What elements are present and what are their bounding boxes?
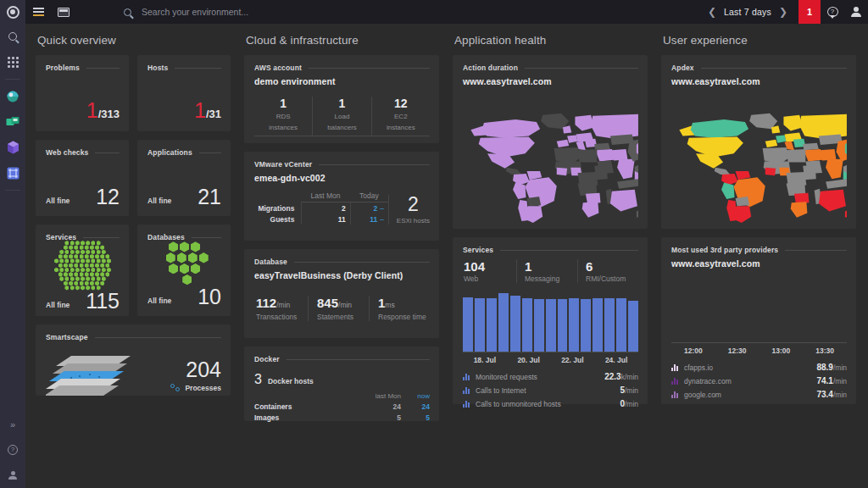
tile-databases[interactable]: Databases All fine 10: [137, 225, 231, 316]
legend-unit: /min: [833, 363, 847, 372]
column-title: User experience: [663, 34, 856, 47]
trend-indicator: –: [380, 204, 384, 213]
country-turkey: [803, 143, 819, 150]
user-account-icon[interactable]: [844, 0, 868, 24]
table-row: Containers 24 24: [254, 402, 430, 411]
timeframe-selector[interactable]: ❮ Last 7 days ❯ 1 ?: [700, 0, 868, 24]
tile-action-duration[interactable]: Action duration www.easytravel.com: [453, 55, 648, 229]
chart-legend: Monitored requests 22.3k/min Calls to In…: [463, 372, 638, 408]
chevron-left-icon[interactable]: ❮: [700, 6, 724, 18]
country-australia: [819, 190, 846, 212]
world-map-choropleth: [671, 92, 847, 227]
esxi-label: ESXi hosts: [397, 217, 430, 225]
tile-docker[interactable]: Docker 3 Docker hosts last Mon now Conta…: [244, 347, 439, 421]
bar: [463, 297, 473, 352]
hamburger-menu-icon[interactable]: [25, 0, 51, 24]
legend-value: 73.4: [816, 390, 832, 399]
dynatrace-logo-icon[interactable]: [0, 0, 25, 24]
divider: [175, 68, 221, 69]
country-indonesia: [826, 179, 847, 188]
stat-transactions: 112/min Transactions: [254, 296, 308, 321]
expand-chevrons-icon[interactable]: »: [0, 412, 25, 437]
stat-value: 104: [464, 259, 516, 274]
legend-value: 74.1: [816, 376, 832, 385]
stat-value: 1ms: [378, 296, 430, 310]
top-bar: ❮ Last 7 days ❯ 1 ?: [0, 0, 868, 24]
apps-grid-icon[interactable]: [0, 49, 25, 75]
country-iberia: [557, 140, 569, 147]
country-argentina: [734, 206, 752, 223]
x-tick-label: 13:00: [760, 347, 804, 355]
chart-legend: cfapps.io 88.9/min dynatrace.com 74.1/mi…: [671, 363, 847, 399]
tile-third-party-providers[interactable]: Most used 3rd party providers www.easytr…: [661, 237, 856, 404]
databases-count: 10: [198, 286, 221, 308]
images-now: 5: [401, 413, 430, 422]
timeframe-label[interactable]: Last 7 days: [724, 7, 771, 17]
country-japan: [845, 143, 847, 154]
transactions-services-icon[interactable]: [0, 109, 25, 135]
tile-database[interactable]: Database easyTravelBusiness (Derby Clien…: [244, 249, 439, 338]
help-question-icon[interactable]: ?: [0, 437, 25, 463]
tile-apdex[interactable]: Apdex www.easytravel.com: [661, 55, 856, 229]
tile-title: Action duration: [463, 64, 518, 72]
tile-smartscape[interactable]: Smartscape 204: [36, 324, 231, 396]
tile-hosts[interactable]: Hosts 1/31: [137, 55, 231, 131]
stat-value: 1: [525, 259, 577, 274]
tile-subtitle: emea-gdn-vc002: [254, 173, 430, 183]
user-profile-icon[interactable]: [0, 463, 25, 488]
tile-web-checks[interactable]: Web checks All fine 12: [36, 140, 129, 216]
legend-label: Monitored requests: [476, 373, 604, 381]
country-peru: [513, 182, 526, 199]
tile-title: Apdex: [671, 64, 694, 72]
dashboard-monitor-icon[interactable]: [51, 0, 76, 24]
legend-unit: /min: [625, 400, 638, 408]
tile-services[interactable]: Services All fine 115: [36, 225, 129, 316]
feedback-bubble-icon[interactable]: ?: [821, 0, 844, 24]
images-last-mon: 5: [365, 413, 401, 422]
country-iran: [821, 149, 837, 160]
country-indonesia: [617, 179, 638, 188]
globe-applications-icon[interactable]: [0, 84, 25, 109]
tile-problems[interactable]: Problems 1/313: [36, 55, 129, 131]
country-usa: [687, 137, 743, 158]
country-zambia: [794, 193, 810, 203]
chevron-right-icon[interactable]: ❯: [771, 6, 795, 18]
bar: [581, 299, 591, 352]
tile-vmware-vcenter[interactable]: VMware vCenter emea-gdn-vc002 Last Mon T…: [244, 152, 439, 241]
column-cloud-infrastructure: Cloud & infrastructure AWS account demo …: [244, 34, 439, 488]
tile-services-chart[interactable]: Services 104 Web 1 Messaging 6 RMI/Custo…: [453, 237, 648, 404]
bar: [487, 298, 497, 352]
stat-label: Web: [464, 274, 516, 283]
services-count: 115: [86, 291, 120, 312]
divider: [192, 237, 221, 238]
hosts-cube-icon[interactable]: [0, 135, 25, 160]
bar-chart-icon: [463, 387, 470, 394]
stat-statements: 845/min Statements: [308, 296, 369, 321]
search-bar[interactable]: [124, 7, 700, 17]
bar: [604, 298, 615, 352]
stat-label-line2: balancers: [313, 123, 370, 132]
world-map-choropleth: [463, 92, 638, 227]
unit: ms: [385, 301, 394, 309]
country-centam: [715, 168, 731, 175]
tile-applications[interactable]: Applications All fine 21: [137, 140, 231, 216]
tile-subtitle: www.easytravel.com: [671, 76, 847, 86]
stat-web: 104 Web: [463, 259, 516, 283]
col-header-now: now: [401, 392, 430, 400]
stat-value: 12: [372, 97, 430, 110]
stat-response-time: 1ms Response time: [369, 296, 430, 321]
tile-title: Hosts: [147, 64, 168, 72]
search-icon[interactable]: [0, 24, 25, 49]
divider: [5, 190, 20, 191]
search-input[interactable]: [142, 7, 396, 17]
alert-count-badge[interactable]: 1: [798, 0, 821, 24]
divider: [95, 337, 221, 338]
legend-unit: /min: [625, 386, 638, 395]
x-tick-label: 24. Jul: [594, 356, 638, 364]
x-tick-label: 18. Jul: [463, 356, 507, 364]
bar-chart-icon: [671, 364, 679, 371]
x-tick-label: 12:00: [671, 347, 715, 355]
technologies-grid-icon[interactable]: [0, 160, 25, 186]
tile-aws-account[interactable]: AWS account demo environment 1 RDS insta…: [244, 55, 439, 143]
stat-ec2-instances: 12 EC2 instances: [371, 97, 430, 136]
